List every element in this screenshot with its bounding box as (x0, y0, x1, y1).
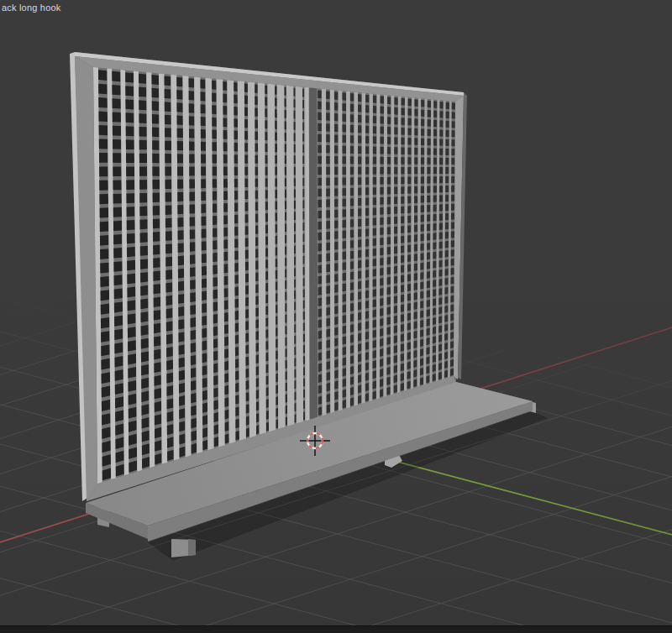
foot-front-left-side (188, 539, 196, 556)
bottom-status-strip (0, 625, 672, 633)
panel-center-divider (309, 87, 318, 419)
object-name-label: ack long hook (2, 3, 60, 13)
viewport-scene-canvas[interactable] (0, 0, 672, 633)
blender-3d-viewport[interactable]: ack long hook (0, 0, 672, 633)
